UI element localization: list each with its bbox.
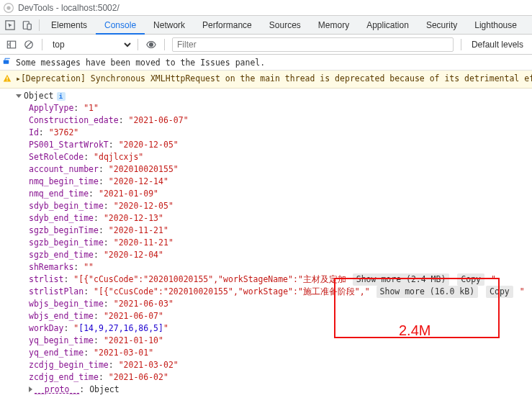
filter-input[interactable] [173,40,453,50]
prop-row: strlist: "[{"cCusCode":"202010020155","w… [3,273,532,286]
proto-row[interactable]: __proto__: Object [3,384,532,396]
prop-row: account_number: "202010020155" [3,163,532,176]
prop-row: ApplyType: "1" [3,102,532,114]
window-title-bar: DevTools - localhost:5002/ [0,0,532,16]
prop-row: nmq_begin_time: "2020-12-14" [3,176,532,188]
prop-row: shRemarks: "" [3,261,532,273]
prop-row: workDay: "[14,9,27,16,86,5]" [3,322,532,335]
prop-row: PS001_StartWrokT: "2020-12-05" [3,139,532,151]
tab-network[interactable]: Network [145,16,194,35]
live-expression-icon[interactable] [143,36,160,53]
tab-console[interactable]: Console [96,16,145,35]
prop-row: SetRoleCode: "dqjlcxjs" [3,151,532,163]
inspect-icon[interactable] [1,17,19,34]
tab-performance[interactable]: Performance [194,16,261,35]
prop-row: yq_end_time: "2021-03-01" [3,347,532,359]
tab-sources[interactable]: Sources [261,16,310,35]
log-levels[interactable]: Default levels [466,40,529,50]
svg-line-8 [27,42,32,47]
prop-row: sdyb_begin_time: "2020-12-05" [3,200,532,212]
context-selector[interactable]: top [47,37,133,52]
svg-rect-10 [4,60,9,64]
prop-row: wbjs_end_time: "2021-06-07" [3,310,532,322]
object-header[interactable]: Objecti [3,90,532,102]
svg-point-1 [6,6,10,9]
prop-row: strlistPlan: "[{"cCusCode":"202010020155… [3,286,532,298]
devtools-icon [4,3,14,13]
issues-row[interactable]: Some messages have been moved to the Iss… [0,55,532,71]
show-more-button[interactable]: Show more (16.0 kB) [377,286,479,298]
prop-row: wbjs_begin_time: "2021-06-03" [3,298,532,310]
prop-row: sdyb_end_time: "2020-12-13" [3,212,532,225]
prop-row: sgzb_begin_time: "2020-11-21" [3,237,532,249]
show-console-sidebar-icon[interactable] [3,36,20,53]
tab-memory[interactable]: Memory [310,16,358,35]
svg-point-9 [149,42,153,46]
info-icon[interactable]: i [57,92,66,101]
prop-row: zcdjg_begin_time: "2021-03-02" [3,359,532,371]
svg-rect-12 [6,80,7,81]
filter-wrap [172,37,454,52]
tab-application[interactable]: Application [358,16,418,35]
copy-button[interactable]: Copy [486,286,513,298]
prop-row: sgzb_end_time: "2020-12-04" [3,249,532,261]
prop-row: Construction_edate: "2021-06-07" [3,114,532,127]
prop-row: zcdjg_end_time: "2021-06-02" [3,371,532,384]
deprecation-warning: ▸[Deprecation] Synchronous XMLHttpReques… [0,71,532,89]
tab-elements[interactable]: Elements [42,16,96,35]
issues-text: Some messages have been moved to the Iss… [16,58,265,68]
tab-lighthouse[interactable]: Lighthouse [466,16,526,35]
chevron-down-icon[interactable] [16,94,22,98]
chevron-right-icon[interactable] [29,386,32,392]
prop-row: nmq_end_time: "2021-01-09" [3,188,532,200]
warning-icon [3,74,12,85]
console-toolbar: top Default levels [0,35,532,55]
svg-rect-4 [27,24,31,30]
prop-row: Id: "3762" [3,127,532,139]
issues-icon [3,57,12,68]
prop-row: sgzb_beginTime: "2020-11-21" [3,225,532,237]
device-toggle-icon[interactable] [19,17,36,34]
tab-bar: Elements Console Network Performance Sou… [0,16,532,35]
prop-row: yq_begin_time: "2021-01-10" [3,335,532,347]
annotation-label: 2.4M [399,322,430,339]
console-prompt[interactable]: › [0,397,532,403]
window-title: DevTools - localhost:5002/ [18,3,120,13]
clear-console-icon[interactable] [20,36,37,53]
copy-button[interactable]: Copy [457,273,484,286]
deprecation-text: ▸[Deprecation] Synchronous XMLHttpReques… [16,73,532,83]
show-more-button[interactable]: Show more (2.4 MB) [353,273,450,286]
console-output: Objecti ApplyType: "1" Construction_edat… [0,89,532,397]
tab-security[interactable]: Security [418,16,466,35]
svg-rect-11 [6,77,7,80]
